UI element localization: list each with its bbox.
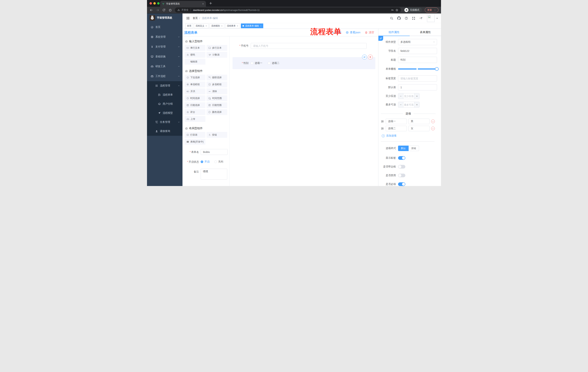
option1-label-input[interactable] — [386, 119, 407, 124]
key-icon[interactable] — [391, 9, 394, 11]
browser-menu-dots-icon[interactable]: ⋮ — [434, 9, 436, 11]
form-grid-slider[interactable] — [398, 68, 437, 70]
max-select-input[interactable] — [403, 102, 414, 107]
breadcrumb-home[interactable]: 首页 — [193, 17, 198, 20]
form-canvas[interactable]: *手机号 *性别 选项一 — [230, 36, 378, 186]
stepper-increase-button[interactable]: + — [414, 93, 419, 99]
stepper-increase-button[interactable]: + — [414, 102, 419, 107]
tag-close-icon[interactable] — [260, 25, 262, 27]
palette-item-cascader[interactable]: 级联选择 — [207, 74, 227, 80]
copy-component-button[interactable] — [362, 55, 367, 60]
sidebar-logo[interactable]: 芋道管理系统 — [147, 13, 182, 22]
style-button-button[interactable]: 按钮 — [409, 146, 419, 151]
tag-process-model[interactable]: 流程模型 — [210, 23, 224, 28]
status-radio-on[interactable]: 开启 — [201, 160, 210, 163]
required-switch[interactable] — [398, 182, 405, 186]
palette-item-radio-group[interactable]: 单选框组 — [185, 82, 205, 87]
title-input[interactable] — [398, 57, 437, 63]
close-window-button[interactable] — [149, 2, 152, 5]
status-radio-off[interactable]: 关闭 — [214, 160, 223, 163]
remove-option-button[interactable]: − — [431, 120, 435, 123]
fullscreen-icon[interactable] — [412, 17, 415, 20]
palette-item-single-text[interactable]: 单行文本 — [185, 45, 205, 51]
tag-close-icon[interactable] — [221, 25, 223, 27]
tag-home[interactable]: 首页 — [185, 23, 193, 28]
palette-item-editor[interactable]: 编辑器 — [185, 59, 205, 65]
browser-update-button[interactable]: 更新 ⋮ — [425, 8, 439, 12]
slider-handle[interactable] — [435, 67, 439, 71]
phone-input[interactable] — [251, 43, 367, 49]
tag-process-form[interactable]: 流程表单 — [225, 23, 240, 28]
form-name-input[interactable] — [201, 149, 228, 155]
sidebar-item-process-model[interactable]: 流程模型 — [147, 108, 182, 117]
palette-item-counter[interactable]: 计数器 — [207, 52, 227, 58]
help-icon[interactable] — [405, 17, 408, 20]
gender-checkbox-option2[interactable]: 选项二 — [268, 62, 279, 65]
stepper-decrease-button[interactable]: − — [398, 93, 403, 99]
palette-item-multi-text[interactable]: 多行文本 — [207, 45, 227, 51]
style-default-button[interactable]: 默认 — [398, 146, 409, 151]
max-select-stepper[interactable]: − + — [398, 102, 420, 107]
palette-item-row-container[interactable]: 行容器 — [185, 132, 205, 138]
home-icon[interactable] — [168, 8, 172, 12]
canvas-field-gender-selected[interactable]: *性别 选项一 选项二 — [232, 57, 375, 69]
link-field-tab[interactable] — [378, 36, 383, 41]
component-type-select[interactable] — [398, 39, 437, 45]
sidebar-item-leave-query[interactable]: 请假查询 — [147, 127, 182, 136]
reload-icon[interactable] — [162, 8, 166, 12]
palette-item-time-range[interactable]: 时间范围 — [207, 95, 227, 101]
github-icon[interactable] — [397, 16, 401, 20]
option2-value-input[interactable] — [409, 126, 430, 131]
stepper-decrease-button[interactable]: − — [398, 102, 403, 107]
sidebar-item-task-mgmt[interactable]: 任务管理 — [147, 117, 182, 127]
sidebar-item-system[interactable]: 系统管理 — [147, 32, 182, 42]
sidebar-item-user-group[interactable]: 用户分组 — [147, 99, 182, 108]
add-option-button[interactable]: + 添加选项 — [378, 134, 437, 138]
sidebar-collapse-icon[interactable] — [186, 16, 190, 20]
tag-close-icon[interactable] — [205, 25, 207, 27]
tag-process-form-edit[interactable]: 流程表单-编辑 — [241, 23, 263, 28]
remove-option-button[interactable]: − — [431, 127, 435, 130]
sidebar-item-infra[interactable]: 基础设施 — [147, 52, 182, 62]
palette-item-table[interactable]: 表格[开发中] — [185, 139, 205, 145]
min-select-stepper[interactable]: − + — [398, 93, 420, 99]
tag-process-definition[interactable]: 流程定义 — [194, 23, 209, 28]
save-button[interactable]: 保存 — [332, 31, 341, 34]
default-value-input[interactable] — [398, 84, 437, 90]
field-name-input[interactable] — [398, 48, 437, 54]
palette-item-slider[interactable]: 滑块 — [207, 88, 227, 94]
tab-form-props[interactable]: 表单属性 — [410, 29, 441, 36]
zoom-window-button[interactable] — [157, 2, 159, 5]
palette-item-date-picker[interactable]: 日期选择 — [185, 102, 205, 108]
palette-item-color-picker[interactable]: 颜色选择 — [207, 109, 227, 115]
sidebar-item-process-mgmt[interactable]: 流程管理 — [147, 81, 182, 90]
sidebar-item-process-form[interactable]: 流程表单 — [147, 90, 182, 99]
label-width-input[interactable] — [398, 75, 437, 82]
gender-checkbox-option1[interactable]: 选项一 — [251, 62, 262, 65]
sidebar-item-workflow[interactable]: 工作流程 — [147, 71, 182, 81]
tab-component-props[interactable]: 组件属性 — [378, 29, 410, 36]
palette-item-date-range[interactable]: 日期范围 — [207, 102, 227, 108]
user-avatar-menu[interactable] — [427, 14, 438, 22]
palette-item-upload[interactable]: 上传 — [185, 116, 205, 122]
border-switch[interactable] — [398, 165, 405, 169]
drag-handle-icon[interactable] — [381, 127, 384, 130]
palette-item-switch[interactable]: 开关 — [185, 88, 205, 94]
sidebar-item-home[interactable]: 首页 — [147, 22, 182, 32]
palette-item-password[interactable]: 密码 — [185, 52, 205, 58]
canvas-field-phone[interactable]: *手机号 — [232, 40, 375, 52]
sidebar-item-payment[interactable]: 支付管理 — [147, 42, 182, 52]
macos-window-controls[interactable] — [149, 2, 159, 5]
remark-textarea[interactable]: 嘿嘿 — [201, 169, 227, 180]
tab-close-icon[interactable] — [202, 3, 204, 5]
option1-value-input[interactable] — [409, 119, 430, 124]
palette-item-checkbox-group[interactable]: 多选框组 — [207, 82, 227, 87]
palette-item-rate[interactable]: 评分 — [185, 109, 205, 115]
font-size-icon[interactable] — [419, 16, 423, 20]
min-select-input[interactable] — [403, 93, 414, 99]
delete-component-button[interactable] — [368, 55, 373, 60]
back-icon[interactable] — [149, 8, 153, 12]
browser-tab[interactable]: 芋道管理系统 — [160, 1, 206, 7]
option2-label-input[interactable] — [386, 126, 407, 131]
show-label-switch[interactable] — [398, 156, 405, 160]
